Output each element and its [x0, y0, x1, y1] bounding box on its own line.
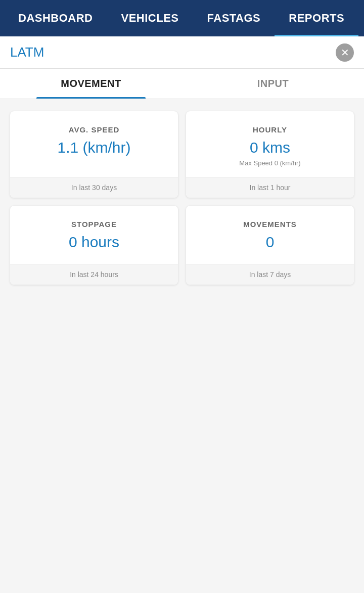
- card-avg-speed-footer: In last 30 days: [10, 177, 178, 198]
- tab-movement[interactable]: MOVEMENT: [0, 69, 182, 99]
- card-avg-speed-label: AVG. SPEED: [69, 125, 120, 134]
- card-stoppage-label: STOPPAGE: [71, 220, 117, 229]
- card-avg-speed-body: AVG. SPEED 1.1 (km/hr): [10, 111, 178, 177]
- card-stoppage-value: 0 hours: [69, 234, 119, 251]
- card-movements-value: 0: [266, 234, 275, 251]
- card-hourly-subtext: Max Speed 0 (km/hr): [239, 159, 300, 167]
- card-stoppage: STOPPAGE 0 hours In last 24 hours: [10, 206, 178, 285]
- card-stoppage-body: STOPPAGE 0 hours: [10, 206, 178, 264]
- card-avg-speed: AVG. SPEED 1.1 (km/hr) In last 30 days: [10, 111, 178, 198]
- card-hourly-label: HOURLY: [253, 125, 287, 134]
- nav-dashboard[interactable]: DASHBOARD: [4, 0, 107, 36]
- card-hourly-footer: In last 1 hour: [186, 177, 354, 198]
- nav-fastags[interactable]: FASTAGS: [193, 0, 275, 36]
- close-button[interactable]: ✕: [336, 43, 354, 62]
- card-stoppage-footer: In last 24 hours: [10, 264, 178, 285]
- nav-vehicles[interactable]: VEHICLES: [107, 0, 193, 36]
- card-hourly-value: 0 kms: [250, 139, 290, 156]
- page-title: LATM: [10, 44, 44, 60]
- header-bar: LATM ✕: [0, 36, 364, 69]
- card-hourly-body: HOURLY 0 kms Max Speed 0 (km/hr): [186, 111, 354, 177]
- card-movements-body: MOVEMENTS 0: [186, 206, 354, 264]
- card-movements: MOVEMENTS 0 In last 7 days: [186, 206, 354, 285]
- nav-reports[interactable]: REPORTS: [275, 0, 358, 36]
- card-movements-footer: In last 7 days: [186, 264, 354, 285]
- card-avg-speed-value: 1.1 (km/hr): [57, 139, 130, 156]
- tabs-bar: MOVEMENT INPUT: [0, 69, 364, 99]
- cards-grid: AVG. SPEED 1.1 (km/hr) In last 30 days H…: [0, 99, 364, 297]
- card-movements-label: MOVEMENTS: [243, 220, 297, 229]
- tab-input[interactable]: INPUT: [182, 69, 364, 99]
- card-hourly: HOURLY 0 kms Max Speed 0 (km/hr) In last…: [186, 111, 354, 198]
- top-nav: DASHBOARD VEHICLES FASTAGS REPORTS: [0, 0, 364, 36]
- page-rest: [0, 297, 364, 448]
